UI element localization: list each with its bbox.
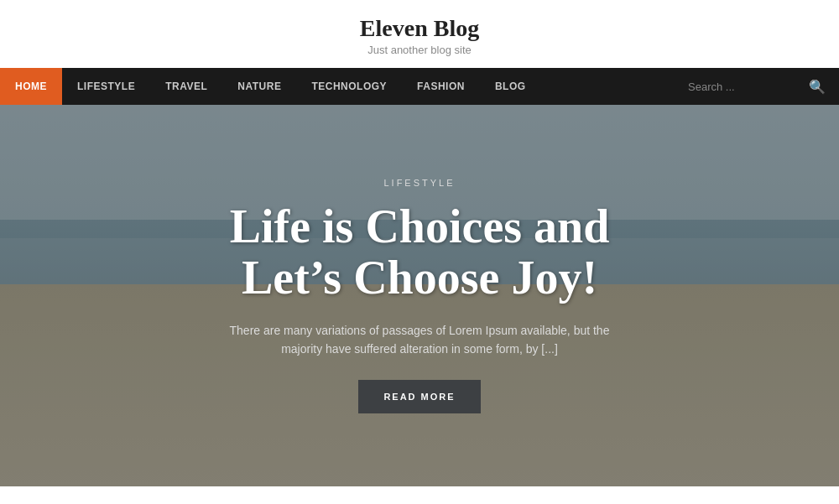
hero-category: LIFESTYLE [176, 178, 663, 188]
nav-item-fashion[interactable]: FASHION [402, 68, 480, 105]
nav-item-nature[interactable]: NATURE [222, 68, 296, 105]
search-container: 🔍 [688, 75, 839, 98]
search-input[interactable] [688, 81, 805, 93]
nav-item-blog[interactable]: BLOG [480, 68, 541, 105]
nav-item-travel[interactable]: TRAVEL [150, 68, 222, 105]
navbar: HOME LIFESTYLE TRAVEL NATURE TECHNOLOGY … [0, 68, 839, 105]
hero-content: LIFESTYLE Life is Choices and Let’s Choo… [92, 178, 747, 414]
hero-section: LIFESTYLE Life is Choices and Let’s Choo… [0, 105, 839, 486]
site-title[interactable]: Eleven Blog [0, 15, 839, 42]
nav-item-technology[interactable]: TECHNOLOGY [296, 68, 402, 105]
hero-title: Life is Choices and Let’s Choose Joy! [176, 201, 663, 304]
hero-excerpt: There are many variations of passages of… [210, 321, 629, 359]
site-tagline: Just another blog site [0, 44, 839, 56]
hero-read-more-button[interactable]: READ MORE [358, 380, 480, 413]
nav-item-home[interactable]: HOME [0, 68, 62, 105]
search-icon[interactable]: 🔍 [805, 75, 829, 98]
nav-item-lifestyle[interactable]: LIFESTYLE [62, 68, 150, 105]
site-header: Eleven Blog Just another blog site [0, 0, 839, 68]
